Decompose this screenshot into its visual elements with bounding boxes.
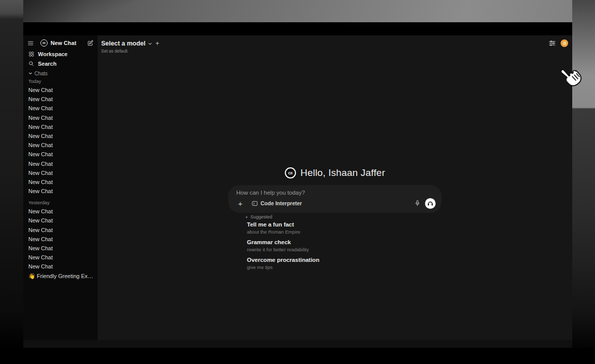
sidebar: OI New Chat Workspace Search [23, 35, 98, 340]
set-as-default-link[interactable]: Set as default [101, 49, 159, 54]
model-selector-block: Select a model + Set as default [101, 39, 159, 54]
chat-list-item[interactable]: New Chat [27, 131, 94, 141]
prompt-subtitle: give me tips [247, 264, 442, 270]
prompt-subtitle: about the Roman Empire [247, 229, 442, 235]
workspace-label: Workspace [38, 51, 68, 57]
desktop-background-top [0, 0, 595, 22]
suggested-label: Suggested [250, 214, 272, 219]
chat-list-item[interactable]: New Chat [27, 225, 94, 235]
workspace-grid-icon [28, 51, 34, 57]
chat-list-today: New ChatNew ChatNew ChatNew ChatNew Chat… [27, 85, 94, 196]
chat-group-label-today: Today [27, 77, 94, 85]
chat-group-label-yesterday: Yesterday [27, 199, 94, 207]
chat-list-item[interactable]: New Chat [27, 235, 94, 244]
search-label: Search [38, 61, 57, 67]
add-model-button[interactable]: + [156, 40, 159, 47]
sidebar-item-search[interactable]: Search [27, 59, 94, 68]
chat-list-item[interactable]: New Chat [27, 113, 94, 122]
sparkle-icon [245, 215, 248, 219]
chats-section-toggle[interactable]: Chats [27, 69, 94, 77]
composer-placeholder[interactable]: How can I help you today? [236, 190, 436, 196]
desktop-background-bottom-bar [0, 348, 595, 364]
chat-list-yesterday: New ChatNew ChatNew ChatNew ChatNew Chat… [27, 207, 94, 281]
prompt-title: Overcome procrastination [247, 256, 442, 264]
chat-list-item[interactable]: New Chat [27, 253, 94, 262]
greeting-text: Hello, Ishaan Jaffer [301, 167, 385, 178]
suggested-prompt[interactable]: Tell me a fun fact about the Roman Empir… [245, 221, 442, 235]
greeting: OI Hello, Ishaan Jaffer [285, 166, 385, 179]
attach-plus-button[interactable]: + [236, 199, 244, 208]
new-chat-icon[interactable] [87, 40, 94, 47]
chat-list-item[interactable]: New Chat [27, 168, 94, 177]
prompt-subtitle: rewrite it for better readability [247, 246, 442, 253]
chat-list-item[interactable]: New Chat [27, 150, 94, 159]
suggested-section: Suggested Tell me a fun fact about the R… [228, 213, 442, 270]
suggested-prompt[interactable]: Overcome procrastination give me tips [245, 256, 442, 270]
app-logo-icon: OI [285, 167, 296, 178]
chat-list-item[interactable]: New Chat [27, 159, 94, 168]
search-icon [28, 61, 34, 67]
controls-sliders-icon[interactable] [548, 39, 556, 47]
chat-list-item[interactable]: New Chat [27, 262, 94, 271]
avatar-glyph [563, 41, 566, 45]
chat-list-item[interactable]: 👋 Friendly Greeting Exchange [27, 271, 94, 281]
chat-list-item[interactable]: New Chat [27, 141, 94, 150]
model-selector[interactable]: Select a model + [101, 39, 159, 48]
desktop-background-right [572, 0, 595, 364]
chat-list-item[interactable]: New Chat [27, 207, 94, 216]
chevron-down-icon [148, 41, 152, 46]
chat-list-item[interactable]: New Chat [27, 244, 94, 253]
chat-list-item[interactable]: New Chat [27, 122, 94, 131]
headphones-icon [427, 200, 434, 206]
suggested-prompts: Tell me a fun fact about the Roman Empir… [245, 221, 442, 270]
app-logo-icon: OI [40, 39, 48, 47]
sidebar-brand-label: New Chat [51, 40, 76, 46]
terminal-icon [251, 200, 258, 207]
chat-list-item[interactable]: New Chat [27, 216, 94, 225]
user-avatar[interactable] [561, 39, 568, 47]
window-titlebar [23, 22, 572, 35]
chat-list-item[interactable]: New Chat [27, 85, 94, 95]
code-interpreter-label: Code Interpreter [261, 200, 302, 206]
code-interpreter-toggle[interactable]: Code Interpreter [251, 200, 302, 207]
chat-list-item[interactable]: New Chat [27, 104, 94, 113]
app-window: OI New Chat Workspace Search [23, 22, 572, 340]
microphone-icon[interactable] [414, 200, 420, 207]
chats-section-label: Chats [34, 71, 48, 76]
chat-list-item[interactable]: New Chat [27, 177, 94, 187]
prompt-title: Grammar check [247, 239, 442, 246]
message-composer[interactable]: How can I help you today? + Code Interpr… [228, 185, 442, 213]
chat-list-item[interactable]: New Chat [27, 95, 94, 104]
sidebar-item-workspace[interactable]: Workspace [27, 49, 94, 59]
chat-list-item[interactable]: New Chat [27, 187, 94, 196]
prompt-title: Tell me a fun fact [247, 221, 442, 229]
desktop-background-left [0, 0, 23, 364]
chevron-down-icon [28, 71, 32, 75]
sidebar-toggle-icon[interactable] [27, 40, 34, 47]
voice-mode-button[interactable] [425, 198, 436, 209]
model-selector-label: Select a model [101, 40, 146, 47]
suggested-prompt[interactable]: Grammar check rewrite it for better read… [245, 239, 442, 253]
main-area: Select a model + Set as default [98, 35, 572, 340]
